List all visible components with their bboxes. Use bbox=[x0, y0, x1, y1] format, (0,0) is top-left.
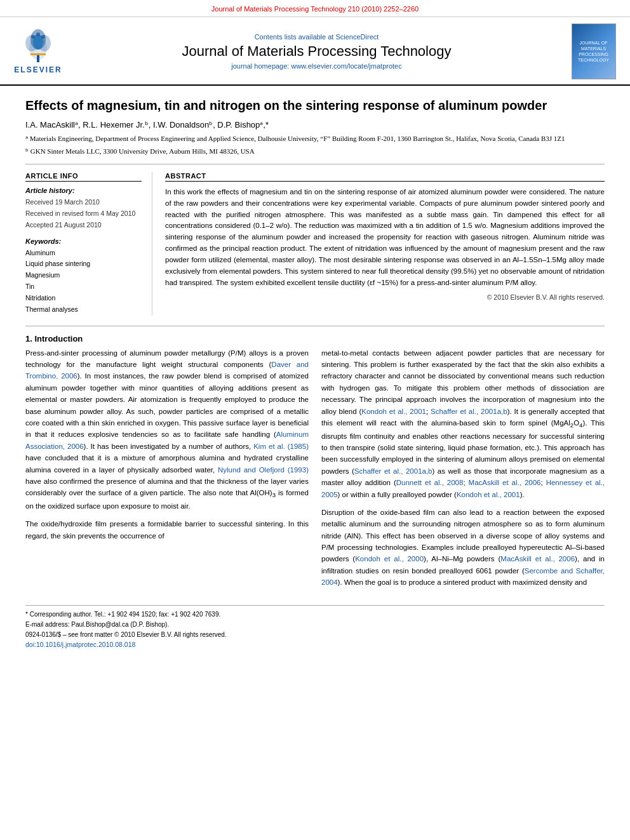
accepted-date: Accepted 21 August 2010 bbox=[25, 220, 142, 231]
keyword-1: Aluminum bbox=[25, 248, 142, 259]
copyright-line: © 2010 Elsevier B.V. All rights reserved… bbox=[165, 293, 605, 301]
body-right-col: metal-to-metal contacts between adjacent… bbox=[321, 347, 605, 595]
journal-header: ELSEVIER Contents lists available at Sci… bbox=[0, 17, 630, 86]
body-para-3: metal-to-metal contacts between adjacent… bbox=[321, 347, 605, 500]
sciencedirect-link[interactable]: ScienceDirect bbox=[335, 33, 379, 41]
paper-content: Effects of magnesium, tin and nitrogen o… bbox=[0, 86, 630, 661]
elsevier-tree-icon bbox=[19, 29, 57, 64]
ref-kondoh2001: Kondoh et al., 2001 bbox=[361, 408, 426, 415]
received-date: Received 19 March 2010 bbox=[25, 197, 142, 208]
ref-dunnett: Dunnett et al., 2008 bbox=[396, 479, 464, 486]
corresponding-author-note: * Corresponding author. Tel.: +1 902 494… bbox=[25, 610, 605, 630]
keyword-2: Liquid phase sintering bbox=[25, 258, 142, 270]
body-para-2: The oxide/hydroxide film presents a form… bbox=[25, 518, 309, 542]
article-info-abstract-row: ARTICLE INFO Article history: Received 1… bbox=[25, 172, 605, 316]
keyword-5: Nitridation bbox=[25, 293, 142, 304]
doi-line[interactable]: doi:10.1016/j.jmatprotec.2010.08.018 bbox=[25, 641, 605, 648]
revised-date: Received in revised form 4 May 2010 bbox=[25, 208, 142, 220]
article-title: Effects of magnesium, tin and nitrogen o… bbox=[25, 97, 605, 114]
article-dates: Received 19 March 2010 Received in revis… bbox=[25, 197, 142, 231]
journal-homepage-line: journal homepage: www.elsevier.com/locat… bbox=[64, 62, 570, 70]
ref-nylund: Nylund and Olefjord (1993) bbox=[218, 466, 309, 474]
journal-cover: JOURNAL OF MATERIALS PROCESSING TECHNOLO… bbox=[570, 23, 617, 79]
body-para-4: Disruption of the oxide-based film can a… bbox=[321, 507, 605, 589]
abstract-column: ABSTRACT In this work the effects of mag… bbox=[165, 172, 605, 316]
journal-main-title: Journal of Materials Processing Technolo… bbox=[64, 43, 570, 60]
body-section: 1. Introduction Press-and-sinter process… bbox=[25, 334, 605, 595]
abstract-text: In this work the effects of magnesium an… bbox=[165, 187, 605, 288]
keyword-3: Magnesium bbox=[25, 270, 142, 281]
ref-kondoh2000: Kondoh et al., 2000 bbox=[355, 555, 424, 563]
ref-kondoh2001b: Kondoh et al., 2001 bbox=[457, 491, 520, 498]
svg-point-6 bbox=[31, 35, 35, 39]
elsevier-logo: ELSEVIER bbox=[13, 29, 64, 74]
authors-line: I.A. MacAskillᵃ, R.L. Hexemer Jr.ᵇ, I.W.… bbox=[25, 120, 605, 130]
ref-schaffer2001: Schaffer et al., 2001a,b bbox=[431, 408, 507, 415]
cover-thumbnail: JOURNAL OF MATERIALS PROCESSING TECHNOLO… bbox=[572, 23, 616, 79]
svg-point-8 bbox=[36, 32, 40, 36]
section1-title: 1. Introduction bbox=[25, 334, 605, 343]
divider-1 bbox=[25, 164, 605, 164]
ref-kim: Kim et al. (1985) bbox=[253, 443, 309, 450]
journal-citation-link[interactable]: Journal of Materials Processing Technolo… bbox=[211, 5, 419, 13]
journal-title-area: Contents lists available at ScienceDirec… bbox=[64, 33, 570, 70]
ref-macaskill2006: MacAskill et al., 2006 bbox=[469, 479, 541, 486]
top-journal-bar: Journal of Materials Processing Technolo… bbox=[0, 0, 630, 17]
keyword-6: Thermal analyses bbox=[25, 304, 142, 316]
ref-sercombe: Sercombe and Schaffer, 2004 bbox=[321, 567, 605, 586]
affiliation-b: ᵇ GKN Sinter Metals LLC, 3300 University… bbox=[25, 146, 605, 157]
body-left-col: Press-and-sinter processing of aluminum … bbox=[25, 347, 309, 595]
issn-line: 0924-0136/$ – see front matter © 2010 El… bbox=[25, 631, 605, 638]
keywords-list: Aluminum Liquid phase sintering Magnesiu… bbox=[25, 248, 142, 316]
article-info-column: ARTICLE INFO Article history: Received 1… bbox=[25, 172, 152, 316]
svg-rect-9 bbox=[30, 53, 46, 55]
abstract-header: ABSTRACT bbox=[165, 172, 605, 182]
keywords-label: Keywords: bbox=[25, 237, 142, 245]
ref-daver: Daver and Trombino, 2006 bbox=[25, 361, 309, 380]
svg-point-7 bbox=[41, 35, 45, 39]
homepage-url[interactable]: www.elsevier.com/locate/jmatprotec bbox=[291, 62, 401, 70]
page-footer: * Corresponding author. Tel.: +1 902 494… bbox=[25, 605, 605, 648]
elsevier-text: ELSEVIER bbox=[14, 65, 62, 74]
history-label: Article history: bbox=[25, 187, 142, 194]
keyword-4: Tin bbox=[25, 281, 142, 293]
body-two-col: Press-and-sinter processing of aluminum … bbox=[25, 347, 605, 595]
ref-schaffer2001b: Schaffer et al., 2001a,b bbox=[354, 467, 432, 475]
body-para-1: Press-and-sinter processing of aluminum … bbox=[25, 347, 309, 512]
contents-line: Contents lists available at ScienceDirec… bbox=[64, 33, 570, 41]
article-info-header: ARTICLE INFO bbox=[25, 172, 142, 182]
divider-2 bbox=[25, 326, 605, 326]
ref-macaskill2006b: MacAskill et al., 2006 bbox=[500, 555, 575, 563]
affiliation-a: ᵃ Materials Engineering, Department of P… bbox=[25, 133, 605, 144]
